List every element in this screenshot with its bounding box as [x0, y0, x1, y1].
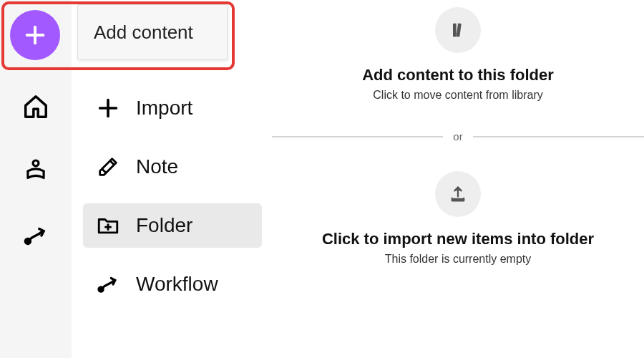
add-content-subtitle: Click to move content from library [373, 89, 542, 102]
divider-line-right [473, 136, 644, 137]
home-icon[interactable] [22, 93, 49, 123]
library-icon[interactable] [22, 158, 49, 188]
import-block[interactable]: Click to import new items into folder Th… [272, 171, 644, 266]
add-content-title: Add content to this folder [362, 66, 554, 84]
workflow-icon [96, 272, 120, 296]
workflow-rail-icon[interactable] [22, 222, 49, 252]
plus-icon [96, 96, 120, 120]
svg-rect-11 [453, 24, 457, 37]
folder-plus-icon [96, 213, 120, 238]
create-menu: Import Note Folder [83, 86, 262, 306]
menu-label-import: Import [136, 97, 192, 120]
add-button[interactable] [10, 10, 60, 60]
svg-line-7 [102, 169, 107, 173]
books-icon [435, 7, 481, 53]
menu-item-note[interactable]: Note [83, 145, 262, 189]
add-content-block[interactable]: Add content to this folder Click to move… [272, 7, 644, 102]
divider-line-left [272, 136, 443, 137]
svg-rect-12 [457, 23, 462, 37]
svg-point-0 [33, 160, 39, 166]
empty-state-panel: Add content to this folder Click to move… [272, 0, 644, 358]
or-text: or [443, 130, 472, 142]
pencil-icon [96, 155, 120, 179]
menu-item-import[interactable]: Import [83, 86, 262, 130]
or-divider: or [272, 130, 644, 142]
add-content-label: Add content [94, 21, 193, 44]
upload-icon [435, 171, 481, 217]
menu-item-folder[interactable]: Folder [83, 203, 262, 248]
menu-label-folder: Folder [136, 214, 192, 237]
menu-label-note: Note [136, 155, 178, 178]
import-subtitle: This folder is currently empty [385, 253, 532, 266]
menu-item-workflow[interactable]: Workflow [83, 262, 262, 306]
import-title: Click to import new items into folder [322, 230, 594, 248]
add-content-popover[interactable]: Add content [77, 4, 228, 60]
menu-label-workflow: Workflow [136, 273, 218, 296]
